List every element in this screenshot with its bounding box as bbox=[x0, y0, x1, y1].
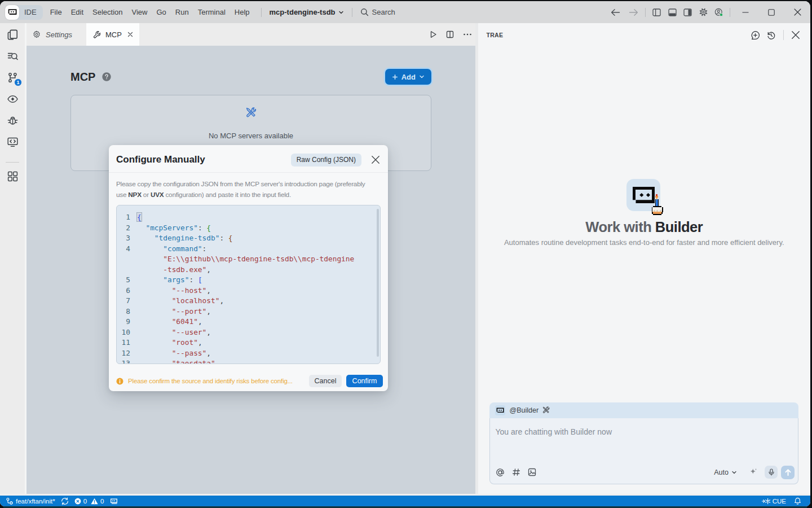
more-actions-button[interactable] bbox=[463, 30, 472, 38]
modal-close-button[interactable] bbox=[370, 155, 381, 165]
split-editor-button[interactable] bbox=[446, 30, 454, 38]
menu-terminal[interactable]: Terminal bbox=[193, 6, 230, 18]
wrench-icon bbox=[93, 31, 100, 38]
builder-logo bbox=[626, 179, 660, 211]
tab-settings[interactable]: Settings bbox=[27, 23, 86, 46]
extensions-grid-icon bbox=[7, 170, 19, 182]
code-line: 11 "root", bbox=[117, 338, 380, 348]
modal-title: Configure Manually bbox=[116, 154, 205, 165]
model-mode-label: Auto bbox=[714, 468, 729, 476]
modal-description: Please copy the configuration JSON from … bbox=[109, 173, 388, 200]
settings-gear-button[interactable] bbox=[699, 5, 708, 20]
window-minimize-button[interactable] bbox=[732, 4, 758, 21]
account-button[interactable] bbox=[714, 5, 723, 20]
line-number bbox=[117, 254, 130, 265]
new-chat-button[interactable] bbox=[751, 30, 760, 40]
code-text: "mcpServers": { bbox=[130, 223, 211, 234]
help-icon[interactable] bbox=[102, 72, 111, 81]
code-scrollbar[interactable] bbox=[377, 209, 379, 357]
code-line: 10 "--user", bbox=[117, 327, 380, 338]
window-close-button[interactable] bbox=[784, 4, 810, 21]
arrow-up-icon bbox=[784, 468, 792, 476]
birthday-cake-icon bbox=[651, 194, 663, 215]
bug-icon bbox=[7, 115, 19, 126]
code-text: "--host", bbox=[130, 286, 211, 296]
notifications-bell-icon[interactable] bbox=[794, 497, 801, 505]
toggle-sidebar-button[interactable] bbox=[652, 5, 661, 20]
global-search[interactable]: Search bbox=[359, 8, 396, 16]
branch-indicator[interactable]: feat/xftan/init* bbox=[6, 497, 55, 505]
menu-view[interactable]: View bbox=[127, 6, 152, 18]
sync-button[interactable] bbox=[61, 497, 69, 505]
activity-bug-icon[interactable] bbox=[3, 111, 21, 129]
mic-icon bbox=[768, 468, 775, 476]
search-label: Search bbox=[372, 8, 395, 16]
attach-image-button[interactable] bbox=[528, 468, 536, 476]
sync-icon bbox=[61, 497, 69, 505]
modal-header: Configure Manually Raw Config (JSON) bbox=[109, 145, 388, 173]
tab-mcp[interactable]: MCP bbox=[86, 23, 139, 46]
send-button[interactable] bbox=[781, 466, 795, 479]
toggle-panel-button[interactable] bbox=[668, 5, 677, 20]
raw-config-json-button[interactable]: Raw Config (JSON) bbox=[291, 154, 361, 167]
mic-button[interactable] bbox=[765, 466, 778, 479]
builder-hero: Work with Builder Automates routine deve… bbox=[478, 41, 811, 402]
menu-help[interactable]: Help bbox=[230, 6, 254, 18]
close-panel-button[interactable] bbox=[791, 30, 800, 40]
menu-selection[interactable]: Selection bbox=[88, 6, 127, 18]
enhance-prompt-button[interactable] bbox=[749, 468, 757, 476]
toggle-secondary-sidebar-button[interactable] bbox=[683, 5, 692, 20]
code-line: 7 "localhost", bbox=[117, 296, 380, 306]
chat-input-box[interactable]: You are chatting with Builder now Auto bbox=[489, 418, 799, 484]
history-button[interactable] bbox=[766, 30, 776, 40]
trae-logo bbox=[5, 5, 19, 20]
problems-indicator[interactable]: 0 0 bbox=[74, 498, 104, 505]
cancel-button[interactable]: Cancel bbox=[309, 375, 342, 387]
title-bar: IDE FileEditSelectionViewGoRunTerminalHe… bbox=[0, 1, 810, 23]
project-selector[interactable]: mcp-tdengine-tsdb bbox=[268, 8, 345, 16]
code-text: -tsdb.exe", bbox=[130, 265, 211, 275]
modal-warning-text: Please confirm the source and identify r… bbox=[128, 378, 302, 384]
layout-toggle-group bbox=[652, 5, 723, 20]
warning-count: 0 bbox=[100, 498, 104, 505]
menu-run[interactable]: Run bbox=[171, 6, 193, 18]
context-button[interactable] bbox=[512, 468, 520, 476]
code-line: 2 "mcpServers": { bbox=[117, 223, 380, 234]
search-list-icon bbox=[7, 50, 19, 62]
mention-button[interactable] bbox=[496, 468, 505, 477]
activity-source-control-icon[interactable]: 1 bbox=[3, 68, 21, 86]
activity-extensions-grid-icon[interactable] bbox=[3, 167, 21, 185]
model-mode-select[interactable]: Auto bbox=[714, 468, 737, 476]
nav-back-button[interactable] bbox=[610, 5, 620, 20]
trae-status-item[interactable] bbox=[110, 498, 118, 505]
config-json-editor[interactable]: 1{2 "mcpServers": {3 "tdengine-tsdb": {4… bbox=[116, 205, 381, 364]
nav-forward-button[interactable] bbox=[628, 5, 638, 20]
menu-go[interactable]: Go bbox=[152, 6, 170, 18]
trae-panel-title: TRAE bbox=[487, 32, 504, 38]
cue-indicator[interactable]: CUE bbox=[762, 498, 786, 505]
confirm-button[interactable]: Confirm bbox=[346, 375, 383, 387]
plus-icon bbox=[392, 74, 398, 80]
activity-files-icon[interactable] bbox=[3, 25, 21, 43]
app-window: IDE FileEditSelectionViewGoRunTerminalHe… bbox=[0, 1, 810, 506]
menu-file[interactable]: File bbox=[46, 6, 67, 18]
hero-title-muted: Work with bbox=[585, 219, 651, 235]
activity-search-list-icon[interactable] bbox=[3, 47, 21, 65]
window-maximize-button[interactable] bbox=[758, 4, 784, 21]
add-server-button[interactable]: Add bbox=[385, 69, 431, 85]
code-line: -tsdb.exe", bbox=[117, 265, 380, 275]
menu-edit[interactable]: Edit bbox=[67, 6, 88, 18]
chat-placeholder: You are chatting with Builder now bbox=[496, 427, 612, 436]
empty-state-text: No MCP servers available bbox=[209, 132, 293, 140]
code-text: { bbox=[130, 212, 142, 223]
brand-pill[interactable]: IDE bbox=[5, 5, 43, 20]
description-text: configuration) and paste it into the inp… bbox=[164, 191, 291, 199]
chat-toolbar: Auto bbox=[496, 466, 795, 479]
run-button[interactable] bbox=[430, 30, 437, 38]
activity-terminal-icon[interactable] bbox=[3, 133, 21, 151]
error-icon bbox=[74, 498, 81, 505]
activity-eye-icon[interactable] bbox=[3, 90, 21, 108]
page-title: MCP bbox=[70, 71, 95, 84]
tab-close-button[interactable] bbox=[126, 30, 135, 39]
agent-tools-icon[interactable] bbox=[542, 406, 550, 414]
